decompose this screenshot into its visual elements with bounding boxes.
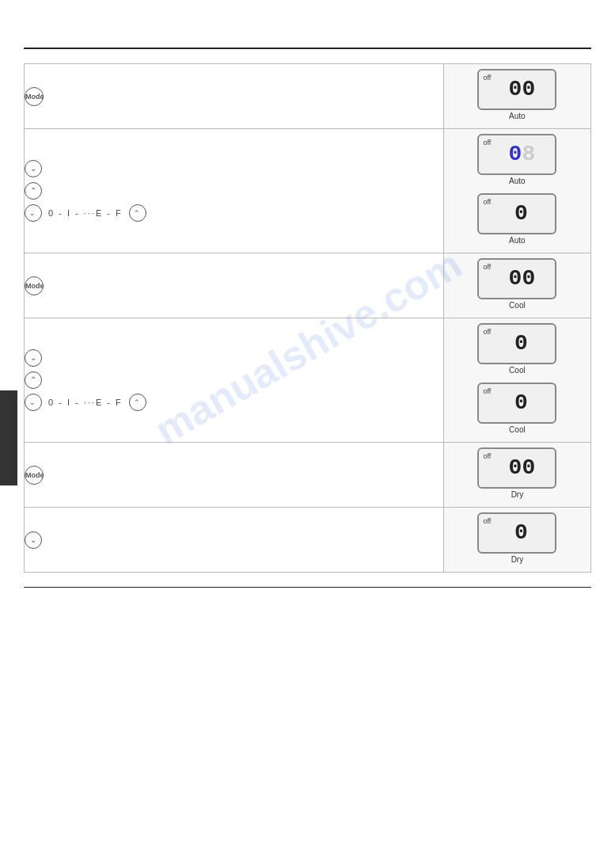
lcd-off-label: off <box>483 263 491 271</box>
display-dry-2: off 0 Dry <box>477 512 556 564</box>
lcd-mode-label: Cool <box>509 301 526 310</box>
lcd-mode-label: Auto <box>509 112 526 120</box>
display-cool-1: off 0 0 Cool <box>477 258 556 310</box>
table-row: Mode off 0 0 Cool <box>25 253 591 318</box>
lcd-digit1: 0 <box>514 333 526 355</box>
lcd-digit1: 0 <box>509 457 521 479</box>
lcd-digit1: 0 <box>514 392 526 414</box>
lcd-digit2: 8 <box>522 143 533 166</box>
display-cool-2a: off 0 Cool <box>477 323 556 375</box>
seq-text: 0 - I - ···E - F <box>48 208 123 218</box>
side-tab <box>0 390 17 485</box>
row6-right: off 0 Dry <box>443 508 590 573</box>
lcd-digit1: 0 <box>509 78 521 101</box>
lcd-off-label: off <box>483 198 491 206</box>
fan-down-icon[interactable]: ⌄ <box>25 160 42 177</box>
main-table: Mode off 0 0 Auto <box>24 63 591 573</box>
row4-right: off 0 Cool off 0 <box>443 318 590 443</box>
row5-left: Mode <box>25 443 444 508</box>
lcd-mode-label: Dry <box>511 490 524 499</box>
lcd-off-label: off <box>483 387 491 395</box>
table-row: ⌄ ⌃ ⌄ 0 - I - ···E - F ⌃ of <box>25 129 591 253</box>
lcd-digit1: 0 <box>514 522 526 544</box>
lcd-off-label: off <box>483 74 491 82</box>
row5-right: off 0 0 Dry <box>443 443 590 508</box>
row6-left: ⌄ <box>25 508 444 573</box>
fan-up-icon-seq[interactable]: ⌃ <box>129 204 146 222</box>
bottom-line <box>24 587 591 588</box>
table-row: ⌄ off 0 Dry <box>25 508 591 573</box>
top-line <box>24 48 591 49</box>
lcd-mode-label: Cool <box>509 425 526 434</box>
table-row: Mode off 0 0 Dry <box>25 443 591 508</box>
row3-left: Mode <box>25 253 444 318</box>
lcd-off-label: off <box>483 139 491 147</box>
lcd-off-label: off <box>483 517 491 525</box>
fan-down-icon[interactable]: ⌄ <box>25 349 42 367</box>
display-dry-1: off 0 0 Dry <box>477 447 556 499</box>
fan-up-icon[interactable]: ⌃ <box>25 371 42 389</box>
lcd-mode-label: Auto <box>509 236 526 245</box>
mode-icon[interactable]: Mode <box>25 276 44 295</box>
lcd-off-label: off <box>483 328 491 336</box>
fan-up-icon-seq[interactable]: ⌃ <box>129 394 146 411</box>
lcd-mode-label: Dry <box>511 555 524 564</box>
display-auto-1: off 0 0 Auto <box>477 69 556 120</box>
display-auto-2a: off 0 8 Auto <box>477 134 556 185</box>
lcd-digit1: 0 <box>514 203 526 225</box>
fan-up-icon[interactable]: ⌃ <box>25 182 42 200</box>
display-auto-2b: off 0 Auto <box>477 193 556 245</box>
seq-text-cool: 0 - I - ···E - F <box>48 398 123 407</box>
lcd-digit1: 0 <box>509 268 521 290</box>
row1-right: off 0 0 Auto <box>443 64 590 129</box>
row3-right: off 0 0 Cool <box>443 253 590 318</box>
lcd-digit2: 0 <box>522 268 533 290</box>
lcd-mode-label: Cool <box>509 366 526 375</box>
row2-right: off 0 8 Auto off 0 <box>443 129 590 253</box>
row4-left: ⌄ ⌃ ⌄ 0 - I - ···E - F ⌃ <box>25 318 444 443</box>
table-row: Mode off 0 0 Auto <box>25 64 591 129</box>
lcd-off-label: off <box>483 452 491 460</box>
mode-icon[interactable]: Mode <box>25 466 44 485</box>
fan-down-icon-seq[interactable]: ⌄ <box>25 204 42 222</box>
lcd-digit1: 0 <box>509 143 521 166</box>
row1-left: Mode <box>25 64 444 129</box>
table-row: ⌄ ⌃ ⌄ 0 - I - ···E - F ⌃ of <box>25 318 591 443</box>
mode-icon[interactable]: Mode <box>25 87 44 106</box>
lcd-digit2: 0 <box>522 457 533 479</box>
lcd-digit2: 0 <box>522 78 533 101</box>
row2-left: ⌄ ⌃ ⌄ 0 - I - ···E - F ⌃ <box>25 129 444 253</box>
display-cool-2b: off 0 Cool <box>477 383 556 434</box>
fan-down-icon[interactable]: ⌄ <box>25 531 42 549</box>
lcd-mode-label: Auto <box>509 177 526 185</box>
fan-down-icon-seq[interactable]: ⌄ <box>25 394 42 411</box>
